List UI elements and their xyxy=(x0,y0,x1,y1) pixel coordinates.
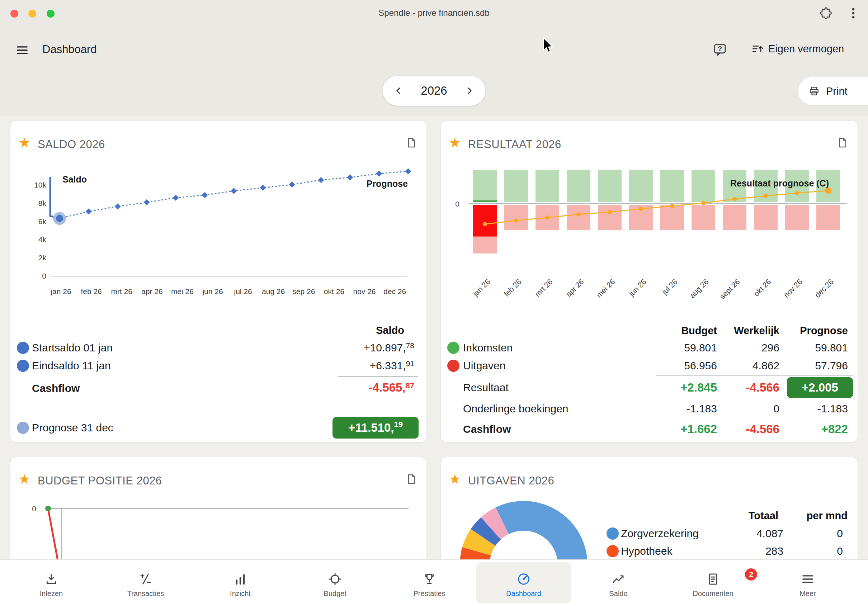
waterfall-chart-icon xyxy=(233,572,248,586)
prognose-label: Prognose 31 dec xyxy=(32,422,113,434)
onderlinge-prognose: -1.183 xyxy=(740,402,848,415)
favorite-star-icon[interactable]: ★ xyxy=(449,472,461,486)
inkomsten-label: Inkomsten xyxy=(463,341,513,354)
year-selector: 2026 xyxy=(383,76,485,106)
trophy-icon xyxy=(422,572,437,586)
document-icon xyxy=(706,572,720,586)
nav-item-inzicht[interactable]: Inzicht xyxy=(208,572,273,598)
documenten-badge: 2 xyxy=(745,568,757,581)
next-year-button[interactable] xyxy=(460,81,479,100)
print-button[interactable]: Print xyxy=(798,77,868,105)
hypotheek-permnd: 0 xyxy=(771,545,843,558)
extensions-puzzle-icon[interactable] xyxy=(819,7,833,20)
sort-lines-icon xyxy=(751,42,764,55)
svg-text:4k: 4k xyxy=(39,235,46,243)
plus-minus-icon xyxy=(138,572,153,586)
svg-text:Prognose: Prognose xyxy=(367,178,408,189)
trend-line-icon xyxy=(611,572,626,586)
svg-text:mei 26: mei 26 xyxy=(171,287,194,296)
mouse-cursor xyxy=(540,36,558,56)
zorgverzekering-dot xyxy=(606,527,619,540)
prognose-dot xyxy=(17,422,29,434)
resultaat-werkelijk: -4.566 xyxy=(672,381,780,394)
nav-item-budget[interactable]: Budget xyxy=(303,572,367,598)
svg-text:okt 26: okt 26 xyxy=(752,277,773,298)
report-document-icon[interactable] xyxy=(836,136,848,149)
resultaat-card: ★ RESULTAAT 2026 0jan 26feb 26mrt 26apr … xyxy=(440,121,858,442)
svg-text:dec 26: dec 26 xyxy=(813,277,835,299)
hamburger-menu-icon[interactable] xyxy=(15,43,29,57)
svg-text:jan 26: jan 26 xyxy=(50,287,71,296)
cashflow2-prognose: +822 xyxy=(740,423,848,436)
eindsaldo-dot xyxy=(17,360,29,372)
uitgaven-dot xyxy=(447,360,459,372)
favorite-star-icon[interactable]: ★ xyxy=(18,136,31,150)
nav-item-dashboard[interactable]: Dashboard xyxy=(491,572,556,598)
favorite-star-icon[interactable]: ★ xyxy=(18,472,31,486)
saldo-divider xyxy=(338,376,418,377)
prognose-value-badge: +11.510,19 xyxy=(333,417,418,439)
zorgverzekering-permnd: 0 xyxy=(771,527,843,540)
svg-text:dec 26: dec 26 xyxy=(383,287,406,296)
saldo-table-header: Saldo xyxy=(261,324,404,337)
eigen-vermogen-button[interactable]: Eigen vermogen xyxy=(751,42,844,55)
nav-item-meer[interactable]: Meer xyxy=(775,572,840,598)
svg-text:?: ? xyxy=(718,45,722,53)
svg-text:sep 26: sep 26 xyxy=(292,287,315,296)
startsaldo-value: +10.897,78 xyxy=(262,341,414,355)
svg-text:Resultaat prognose (C): Resultaat prognose (C) xyxy=(730,178,829,188)
svg-text:jan 26: jan 26 xyxy=(471,277,491,298)
uitgaven-card: ★ UITGAVEN 2026 Totaal per mnd Zorgverze… xyxy=(440,457,858,570)
zorgverzekering-label: Zorgverzekering xyxy=(621,527,699,540)
window-title: Spendle - prive financien.sdb xyxy=(0,8,868,18)
page-title: Dashboard xyxy=(42,43,97,56)
svg-text:mrt 26: mrt 26 xyxy=(111,287,132,296)
svg-text:0: 0 xyxy=(32,505,36,513)
nav-item-saldo[interactable]: Saldo xyxy=(586,572,651,598)
report-document-icon[interactable] xyxy=(405,473,417,485)
budget-positie-card-title: BUDGET POSITIE 2026 xyxy=(38,474,162,487)
onderlinge-label: Onderlinge boekingen xyxy=(463,402,569,415)
bottom-navigation: Inlezen Transacties Inzicht Budget Prest… xyxy=(0,560,868,606)
kebab-menu-icon[interactable] xyxy=(846,6,860,20)
svg-text:mrt 26: mrt 26 xyxy=(533,277,554,298)
favorite-star-icon[interactable]: ★ xyxy=(449,136,461,150)
help-feedback-icon[interactable]: ? xyxy=(712,42,727,57)
svg-text:apr 26: apr 26 xyxy=(564,277,585,298)
svg-text:apr 26: apr 26 xyxy=(141,287,163,296)
printer-icon xyxy=(808,85,820,97)
resultaat-divider xyxy=(656,375,853,376)
startsaldo-dot xyxy=(17,342,29,354)
svg-text:mei 26: mei 26 xyxy=(595,277,617,299)
report-document-icon[interactable] xyxy=(405,136,417,149)
eindsaldo-value: +6.331,91 xyxy=(262,359,414,373)
uitgaven-prognose: 57.796 xyxy=(740,359,848,372)
inkomsten-prognose: 59.801 xyxy=(740,341,848,354)
svg-text:okt 26: okt 26 xyxy=(324,287,344,296)
saldo-card-title: SALDO 2026 xyxy=(38,138,105,151)
nav-item-documenten[interactable]: Documenten xyxy=(681,572,746,598)
target-icon xyxy=(328,572,342,586)
startsaldo-label: Startsaldo 01 jan xyxy=(32,341,113,354)
resultaat-card-title: RESULTAAT 2026 xyxy=(468,138,561,151)
uitgaven-header-totaal: Totaal xyxy=(707,509,778,522)
svg-text:jun 26: jun 26 xyxy=(202,287,223,296)
svg-text:aug 26: aug 26 xyxy=(262,287,285,296)
nav-item-prestaties[interactable]: Prestaties xyxy=(397,572,462,598)
svg-text:nov 26: nov 26 xyxy=(782,277,804,299)
year-label: 2026 xyxy=(421,84,447,98)
col-header-prognose: Prognose xyxy=(740,324,848,337)
print-label: Print xyxy=(826,85,848,97)
nav-item-inlezen[interactable]: Inlezen xyxy=(19,572,84,598)
uitgaven-label: Uitgaven xyxy=(463,359,505,372)
previous-year-button[interactable] xyxy=(389,81,408,100)
uitgaven-card-title: UITGAVEN 2026 xyxy=(468,474,554,487)
cashflow-label: Cashflow xyxy=(32,382,80,395)
saldo-card: ★ SALDO 2026 10k8k6k4k2k0jan 26feb 26mrt… xyxy=(10,121,427,442)
svg-text:6k: 6k xyxy=(39,217,46,226)
svg-text:sept 26: sept 26 xyxy=(718,277,741,301)
svg-text:nov 26: nov 26 xyxy=(353,287,375,296)
svg-text:aug 26: aug 26 xyxy=(688,277,710,300)
nav-item-transacties[interactable]: Transacties xyxy=(113,572,178,598)
app-window: Spendle - prive financien.sdb Dashboard … xyxy=(0,0,868,606)
